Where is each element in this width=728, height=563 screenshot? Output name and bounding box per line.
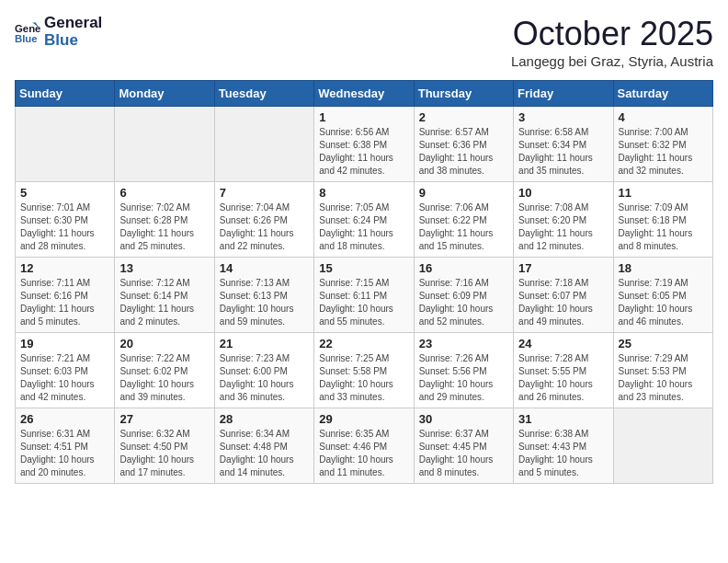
day-number: 22: [319, 337, 408, 350]
day-number: 30: [419, 412, 508, 426]
logo: General Blue General Blue: [15, 15, 102, 49]
calendar-table: SundayMondayTuesdayWednesdayThursdayFrid…: [15, 80, 713, 484]
day-info: Sunrise: 6:56 AM Sunset: 6:38 PM Dayligh…: [319, 126, 408, 178]
title-block: October 2025 Langegg bei Graz, Styria, A…: [511, 15, 713, 69]
day-info: Sunrise: 7:01 AM Sunset: 6:30 PM Dayligh…: [20, 201, 109, 253]
weekday-header: Monday: [115, 81, 214, 107]
day-number: 28: [220, 412, 309, 426]
day-info: Sunrise: 6:35 AM Sunset: 4:46 PM Dayligh…: [319, 428, 408, 479]
page-header: General Blue General Blue October 2025 L…: [15, 15, 713, 69]
day-info: Sunrise: 7:11 AM Sunset: 6:16 PM Dayligh…: [20, 277, 109, 328]
day-info: Sunrise: 7:23 AM Sunset: 6:00 PM Dayligh…: [220, 352, 309, 404]
day-number: 23: [419, 337, 508, 350]
day-info: Sunrise: 7:09 AM Sunset: 6:18 PM Dayligh…: [619, 201, 708, 253]
weekday-header: Wednesday: [314, 81, 414, 107]
day-info: Sunrise: 7:22 AM Sunset: 6:02 PM Dayligh…: [119, 352, 209, 404]
day-number: 18: [619, 261, 708, 275]
day-info: Sunrise: 6:32 AM Sunset: 4:50 PM Dayligh…: [119, 428, 209, 479]
calendar-cell: 24Sunrise: 7:28 AM Sunset: 5:55 PM Dayli…: [514, 333, 613, 408]
calendar-cell: 18Sunrise: 7:19 AM Sunset: 6:05 PM Dayli…: [613, 258, 712, 333]
month-title: October 2025: [511, 15, 713, 53]
calendar-cell: 27Sunrise: 6:32 AM Sunset: 4:50 PM Dayli…: [115, 408, 214, 484]
day-info: Sunrise: 7:26 AM Sunset: 5:56 PM Dayligh…: [419, 352, 508, 404]
day-number: 16: [419, 261, 508, 275]
calendar-cell: 19Sunrise: 7:21 AM Sunset: 6:03 PM Dayli…: [16, 333, 115, 408]
calendar-cell: 25Sunrise: 7:29 AM Sunset: 5:53 PM Dayli…: [613, 333, 712, 408]
day-info: Sunrise: 7:16 AM Sunset: 6:09 PM Dayligh…: [419, 277, 508, 328]
day-info: Sunrise: 7:19 AM Sunset: 6:05 PM Dayligh…: [619, 277, 708, 328]
day-info: Sunrise: 7:28 AM Sunset: 5:55 PM Dayligh…: [518, 352, 608, 404]
calendar-cell: 9Sunrise: 7:06 AM Sunset: 6:22 PM Daylig…: [414, 182, 513, 258]
day-number: 5: [20, 186, 109, 200]
calendar-cell: 11Sunrise: 7:09 AM Sunset: 6:18 PM Dayli…: [613, 182, 712, 258]
calendar-cell: 21Sunrise: 7:23 AM Sunset: 6:00 PM Dayli…: [214, 333, 313, 408]
day-number: 9: [419, 186, 508, 200]
day-info: Sunrise: 6:34 AM Sunset: 4:48 PM Dayligh…: [220, 428, 309, 479]
calendar-cell: 2Sunrise: 6:57 AM Sunset: 6:36 PM Daylig…: [414, 107, 513, 182]
calendar-cell: 23Sunrise: 7:26 AM Sunset: 5:56 PM Dayli…: [414, 333, 513, 408]
calendar-cell: 16Sunrise: 7:16 AM Sunset: 6:09 PM Dayli…: [414, 258, 513, 333]
weekday-header: Friday: [514, 81, 613, 107]
day-info: Sunrise: 7:06 AM Sunset: 6:22 PM Dayligh…: [419, 201, 508, 253]
calendar-cell: 30Sunrise: 6:37 AM Sunset: 4:45 PM Dayli…: [414, 408, 513, 484]
day-number: 29: [319, 412, 408, 426]
day-number: 27: [119, 412, 209, 426]
weekday-header: Saturday: [613, 81, 712, 107]
calendar-cell: 28Sunrise: 6:34 AM Sunset: 4:48 PM Dayli…: [214, 408, 313, 484]
calendar-week-row: 5Sunrise: 7:01 AM Sunset: 6:30 PM Daylig…: [16, 182, 713, 258]
day-number: 15: [319, 261, 408, 275]
calendar-cell: 1Sunrise: 6:56 AM Sunset: 6:38 PM Daylig…: [314, 107, 414, 182]
day-info: Sunrise: 7:15 AM Sunset: 6:11 PM Dayligh…: [319, 277, 408, 328]
day-number: 10: [518, 186, 608, 200]
calendar-cell: [613, 408, 712, 484]
calendar-cell: [115, 107, 214, 182]
calendar-cell: 15Sunrise: 7:15 AM Sunset: 6:11 PM Dayli…: [314, 258, 414, 333]
day-info: Sunrise: 7:29 AM Sunset: 5:53 PM Dayligh…: [619, 352, 708, 404]
day-number: 20: [119, 337, 209, 350]
calendar-cell: 20Sunrise: 7:22 AM Sunset: 6:02 PM Dayli…: [115, 333, 214, 408]
calendar-cell: 22Sunrise: 7:25 AM Sunset: 5:58 PM Dayli…: [314, 333, 414, 408]
calendar-cell: 26Sunrise: 6:31 AM Sunset: 4:51 PM Dayli…: [16, 408, 115, 484]
calendar-cell: [214, 107, 313, 182]
weekday-header: Tuesday: [214, 81, 313, 107]
calendar-cell: 3Sunrise: 6:58 AM Sunset: 6:34 PM Daylig…: [514, 107, 613, 182]
day-info: Sunrise: 7:12 AM Sunset: 6:14 PM Dayligh…: [119, 277, 209, 328]
day-number: 31: [518, 412, 608, 426]
day-number: 6: [119, 186, 209, 200]
calendar-cell: 8Sunrise: 7:05 AM Sunset: 6:24 PM Daylig…: [314, 182, 414, 258]
calendar-week-row: 19Sunrise: 7:21 AM Sunset: 6:03 PM Dayli…: [16, 333, 713, 408]
day-info: Sunrise: 7:02 AM Sunset: 6:28 PM Dayligh…: [119, 201, 209, 253]
day-number: 11: [619, 186, 708, 200]
day-info: Sunrise: 7:13 AM Sunset: 6:13 PM Dayligh…: [220, 277, 309, 328]
day-number: 8: [319, 186, 408, 200]
calendar-cell: 29Sunrise: 6:35 AM Sunset: 4:46 PM Dayli…: [314, 408, 414, 484]
calendar-week-row: 12Sunrise: 7:11 AM Sunset: 6:16 PM Dayli…: [16, 258, 713, 333]
day-number: 13: [119, 261, 209, 275]
day-info: Sunrise: 6:37 AM Sunset: 4:45 PM Dayligh…: [419, 428, 508, 479]
calendar-cell: 31Sunrise: 6:38 AM Sunset: 4:43 PM Dayli…: [514, 408, 613, 484]
day-info: Sunrise: 6:57 AM Sunset: 6:36 PM Dayligh…: [419, 126, 508, 178]
calendar-cell: 10Sunrise: 7:08 AM Sunset: 6:20 PM Dayli…: [514, 182, 613, 258]
day-number: 1: [319, 110, 408, 124]
day-number: 4: [619, 110, 708, 124]
calendar-cell: 17Sunrise: 7:18 AM Sunset: 6:07 PM Dayli…: [514, 258, 613, 333]
day-number: 12: [20, 261, 109, 275]
day-info: Sunrise: 7:05 AM Sunset: 6:24 PM Dayligh…: [319, 201, 408, 253]
logo-icon: General Blue: [15, 19, 40, 45]
day-info: Sunrise: 7:04 AM Sunset: 6:26 PM Dayligh…: [220, 201, 309, 253]
calendar-cell: 7Sunrise: 7:04 AM Sunset: 6:26 PM Daylig…: [214, 182, 313, 258]
day-number: 21: [220, 337, 309, 350]
calendar-cell: 5Sunrise: 7:01 AM Sunset: 6:30 PM Daylig…: [16, 182, 115, 258]
day-number: 19: [20, 337, 109, 350]
calendar-cell: [16, 107, 115, 182]
day-number: 25: [619, 337, 708, 350]
day-info: Sunrise: 7:25 AM Sunset: 5:58 PM Dayligh…: [319, 352, 408, 404]
calendar-week-row: 26Sunrise: 6:31 AM Sunset: 4:51 PM Dayli…: [16, 408, 713, 484]
calendar-cell: 6Sunrise: 7:02 AM Sunset: 6:28 PM Daylig…: [115, 182, 214, 258]
day-info: Sunrise: 6:31 AM Sunset: 4:51 PM Dayligh…: [20, 428, 109, 479]
calendar-cell: 12Sunrise: 7:11 AM Sunset: 6:16 PM Dayli…: [16, 258, 115, 333]
weekday-header-row: SundayMondayTuesdayWednesdayThursdayFrid…: [16, 81, 713, 107]
day-number: 24: [518, 337, 608, 350]
day-info: Sunrise: 7:21 AM Sunset: 6:03 PM Dayligh…: [20, 352, 109, 404]
day-number: 26: [20, 412, 109, 426]
